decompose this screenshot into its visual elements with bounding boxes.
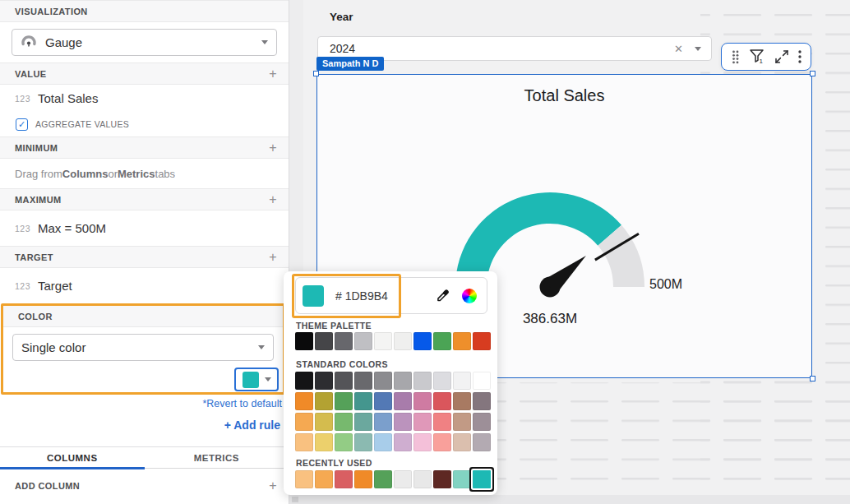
palette-swatch[interactable] [433, 392, 451, 410]
palette-swatch[interactable] [354, 332, 372, 350]
section-header-visualization: VISUALIZATION [0, 0, 289, 22]
eyedropper-icon[interactable] [435, 288, 451, 304]
clear-filter-icon[interactable]: ✕ [674, 43, 683, 55]
palette-swatch[interactable] [394, 372, 412, 390]
palette-swatch[interactable] [413, 433, 432, 451]
year-filter-value: 2024 [330, 42, 674, 55]
viz-type-select[interactable]: Gauge [12, 29, 277, 56]
add-column-row[interactable]: ADD COLUMN + [0, 468, 289, 504]
kebab-menu-icon[interactable] [798, 49, 801, 64]
selection-handle[interactable] [313, 71, 319, 76]
palette-swatch[interactable] [374, 413, 392, 431]
palette-swatch[interactable] [335, 413, 353, 431]
palette-swatch[interactable] [315, 332, 333, 350]
section-header-color: COLOR [3, 306, 283, 327]
palette-swatch[interactable] [295, 332, 313, 350]
palette-swatch[interactable] [473, 470, 491, 488]
palette-swatch[interactable] [295, 392, 313, 410]
palette-swatch[interactable] [453, 413, 471, 431]
palette-swatch[interactable] [473, 413, 491, 431]
app-root: VISUALIZATION Gauge VALUE + 123 Tot [0, 0, 850, 504]
palette-swatch[interactable] [315, 470, 333, 488]
expand-icon[interactable] [774, 49, 789, 64]
tab-metrics[interactable]: METRICS [145, 447, 289, 468]
palette-swatch[interactable] [453, 332, 471, 350]
recently-used-label: RECENTLY USED [296, 458, 372, 468]
palette-swatch[interactable] [315, 413, 333, 431]
palette-swatch[interactable] [354, 470, 372, 488]
palette-swatch[interactable] [335, 372, 353, 390]
maximum-field-name: Max = 500M [38, 221, 106, 235]
palette-swatch[interactable] [354, 392, 372, 410]
viz-type-value: Gauge [45, 35, 261, 49]
palette-swatch[interactable] [433, 470, 451, 488]
palette-swatch[interactable] [413, 332, 432, 350]
palette-swatch[interactable] [295, 372, 313, 390]
palette-swatch[interactable] [433, 433, 451, 451]
single-color-swatch-button[interactable] [234, 368, 279, 391]
palette-swatch[interactable] [335, 433, 353, 451]
palette-swatch[interactable] [374, 392, 392, 410]
palette-swatch[interactable] [433, 332, 451, 350]
palette-swatch[interactable] [354, 413, 372, 431]
palette-swatch[interactable] [354, 433, 372, 451]
user-badge: Sampath N D [316, 57, 384, 71]
add-target-button[interactable]: + [269, 251, 277, 264]
palette-swatch[interactable] [335, 392, 353, 410]
value-field-row[interactable]: 123 Total Sales [0, 85, 289, 112]
palette-swatch[interactable] [394, 470, 412, 488]
palette-swatch[interactable] [374, 433, 392, 451]
palette-swatch[interactable] [335, 332, 353, 350]
palette-swatch[interactable] [335, 470, 353, 488]
palette-swatch[interactable] [374, 372, 392, 390]
numeric-type-icon: 123 [15, 281, 30, 291]
add-rule-link[interactable]: + Add rule [224, 418, 280, 432]
palette-swatch[interactable] [354, 372, 372, 390]
selection-handle[interactable] [810, 376, 815, 381]
palette-swatch[interactable] [374, 470, 392, 488]
hex-input-row[interactable]: # 1DB9B4 [295, 277, 487, 314]
palette-swatch[interactable] [374, 332, 392, 350]
palette-swatch[interactable] [433, 413, 451, 431]
aggregate-checkbox[interactable]: ✓ [16, 118, 28, 131]
palette-swatch[interactable] [433, 372, 451, 390]
palette-swatch[interactable] [473, 332, 491, 350]
palette-swatch[interactable] [453, 470, 471, 488]
palette-swatch[interactable] [295, 413, 313, 431]
selection-handle[interactable] [810, 71, 815, 76]
palette-swatch[interactable] [394, 413, 412, 431]
filter-icon[interactable]: 1 [749, 49, 766, 65]
palette-swatch[interactable] [413, 413, 432, 431]
hex-value-field[interactable]: # 1DB9B4 [335, 289, 435, 303]
target-field-row[interactable]: 123 Target [0, 268, 289, 303]
palette-swatch[interactable] [315, 433, 333, 451]
revert-to-default-link[interactable]: *Revert to default [202, 398, 282, 409]
palette-swatch[interactable] [453, 372, 471, 390]
palette-swatch[interactable] [453, 433, 471, 451]
palette-swatch[interactable] [295, 433, 313, 451]
add-column-button[interactable]: + [269, 479, 277, 492]
add-minimum-button[interactable]: + [269, 141, 277, 155]
palette-swatch[interactable] [473, 392, 491, 410]
gauge-value-label: 386.63M [523, 311, 577, 327]
maximum-field-row[interactable]: 123 Max = 500M [0, 210, 289, 246]
aggregate-values-row[interactable]: ✓ AGGREGATE VALUES [0, 112, 289, 136]
palette-swatch[interactable] [394, 433, 412, 451]
drag-handle-icon[interactable] [731, 49, 740, 65]
palette-swatch[interactable] [413, 392, 432, 410]
palette-swatch[interactable] [315, 372, 333, 390]
add-maximum-button[interactable]: + [269, 193, 277, 206]
palette-swatch[interactable] [394, 332, 412, 350]
palette-swatch[interactable] [413, 470, 432, 488]
palette-swatch[interactable] [453, 392, 471, 410]
palette-swatch[interactable] [413, 372, 432, 390]
color-wheel-icon[interactable] [462, 289, 477, 303]
palette-swatch[interactable] [473, 372, 491, 390]
palette-swatch[interactable] [394, 392, 412, 410]
color-mode-select[interactable]: Single color [12, 334, 274, 361]
add-value-button[interactable]: + [269, 67, 277, 81]
tab-columns[interactable]: COLUMNS [0, 447, 145, 468]
palette-swatch[interactable] [295, 470, 313, 488]
palette-swatch[interactable] [473, 433, 491, 451]
palette-swatch[interactable] [315, 392, 333, 410]
